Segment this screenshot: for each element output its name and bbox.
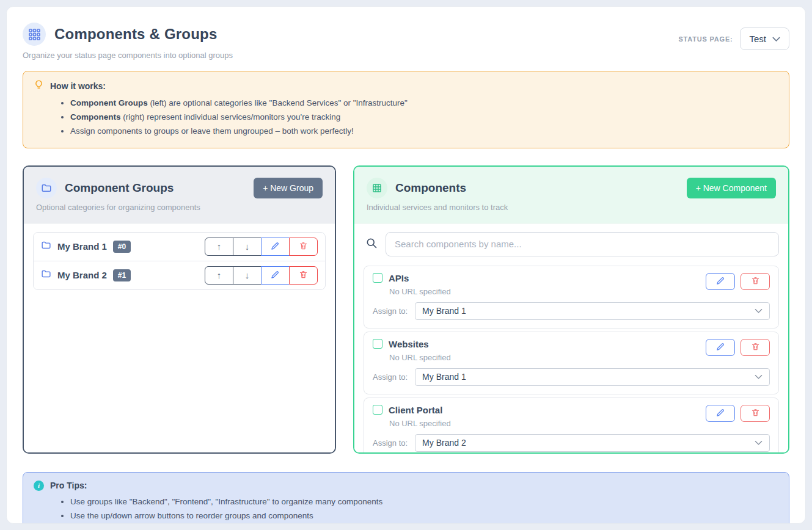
component-url-note: No URL specified [389, 287, 451, 296]
assign-group-select[interactable]: My Brand 1 [415, 368, 770, 386]
new-component-button[interactable]: + New Component [687, 178, 776, 198]
group-actions: ↑ ↓ [205, 238, 318, 256]
group-order-badge: #0 [113, 241, 131, 253]
component-checkbox[interactable] [373, 405, 382, 415]
search-components-input[interactable] [386, 232, 779, 256]
group-list: My Brand 1 #0 ↑ ↓ [33, 232, 326, 290]
edit-group-button[interactable] [261, 238, 290, 256]
pro-tips-list: Use groups like "Backend", "Frontend", "… [70, 495, 778, 524]
assigned-group-value: My Brand 1 [422, 306, 466, 316]
group-actions: ↑ ↓ [205, 266, 318, 285]
move-up-button[interactable]: ↑ [205, 266, 233, 285]
how-it-works-bullet: Component Groups (left) are optional cat… [70, 96, 778, 111]
trash-icon [751, 342, 760, 353]
assign-group-select[interactable]: My Brand 1 [415, 302, 770, 320]
edit-component-button[interactable] [706, 339, 735, 356]
component-checkbox[interactable] [373, 339, 382, 349]
components-panel-body: APIs No URL specified [354, 223, 788, 452]
trash-icon [299, 270, 308, 281]
folder-icon [36, 178, 57, 198]
assigned-group-value: My Brand 1 [422, 372, 466, 382]
trash-icon [751, 276, 760, 287]
group-row: My Brand 1 #0 ↑ ↓ [34, 233, 325, 261]
assign-group-select[interactable]: My Brand 2 [415, 434, 770, 452]
component-name: Client Portal [389, 405, 442, 415]
table-grid-icon [367, 178, 387, 198]
group-name: My Brand 2 [57, 270, 107, 280]
component-list: APIs No URL specified [364, 266, 779, 452]
group-name: My Brand 1 [57, 241, 107, 252]
move-down-button[interactable]: ↓ [233, 266, 262, 285]
new-group-button[interactable]: + New Group [254, 178, 323, 198]
groups-panel-subtitle: Optional categories for organizing compo… [36, 203, 323, 212]
delete-component-button[interactable] [741, 339, 770, 356]
group-order-badge: #1 [113, 269, 131, 281]
component-actions [706, 339, 770, 356]
how-it-works-bullet: Assign components to groups or leave the… [70, 125, 778, 139]
edit-group-button[interactable] [261, 266, 290, 285]
assign-to-label: Assign to: [373, 438, 408, 448]
component-url-note: No URL specified [389, 419, 451, 428]
component-name: Websites [389, 339, 429, 349]
component-card: APIs No URL specified [364, 266, 779, 329]
delete-component-button[interactable] [741, 405, 770, 422]
how-it-works-title: How it works: [50, 81, 106, 91]
components-panel-header: Components + New Component Individual se… [354, 167, 788, 223]
trash-icon [751, 408, 760, 419]
delete-group-button[interactable] [289, 266, 318, 285]
assigned-group-value: My Brand 2 [422, 438, 466, 448]
chevron-down-icon [772, 34, 780, 44]
panels-row: Component Groups + New Group Optional ca… [23, 165, 789, 454]
component-name: APIs [389, 273, 409, 283]
chevron-down-icon [755, 372, 763, 382]
pencil-icon [716, 342, 725, 353]
status-page-value: Test [749, 34, 766, 44]
edit-component-button[interactable] [706, 405, 735, 422]
component-card: Websites No URL specified [364, 332, 779, 394]
delete-component-button[interactable] [741, 273, 770, 290]
component-groups-panel: Component Groups + New Group Optional ca… [23, 165, 336, 454]
pro-tips-bullet: Use groups like "Backend", "Frontend", "… [70, 495, 778, 509]
folder-icon [41, 269, 51, 281]
page-subtitle: Organize your status page components int… [23, 51, 233, 60]
search-icon [365, 237, 378, 252]
pro-tips-bullet: Use the up/down arrow buttons to reorder… [70, 509, 778, 523]
status-page-select[interactable]: Test [740, 27, 789, 50]
pencil-icon [271, 270, 280, 281]
groups-panel-header: Component Groups + New Group Optional ca… [24, 167, 335, 223]
group-row: My Brand 2 #1 ↑ ↓ [34, 261, 325, 289]
assign-to-label: Assign to: [373, 372, 408, 382]
move-up-button[interactable]: ↑ [205, 238, 233, 256]
components-groups-page: Components & Groups Organize your status… [6, 6, 806, 524]
components-panel-title: Components [395, 181, 466, 195]
components-panel: Components + New Component Individual se… [353, 165, 789, 454]
component-actions [706, 273, 770, 290]
component-url-note: No URL specified [389, 353, 451, 362]
component-actions [706, 405, 770, 422]
status-page-label: STATUS PAGE: [678, 35, 733, 43]
move-down-button[interactable]: ↓ [233, 238, 262, 256]
groups-panel-title: Component Groups [65, 181, 174, 195]
how-it-works-callout: How it works: Component Groups (left) ar… [23, 71, 789, 148]
delete-group-button[interactable] [289, 238, 318, 256]
pro-tips-title: Pro Tips: [50, 481, 87, 490]
groups-panel-body: My Brand 1 #0 ↑ ↓ [24, 223, 335, 452]
how-it-works-bullet: Components (right) represent individual … [70, 111, 778, 125]
assign-to-label: Assign to: [373, 307, 408, 316]
pro-tips-callout: i Pro Tips: Use groups like "Backend", "… [23, 472, 789, 524]
page-title: Components & Groups [54, 26, 217, 43]
components-panel-subtitle: Individual services and monitors to trac… [367, 203, 776, 212]
component-checkbox[interactable] [373, 273, 382, 283]
lightbulb-icon [34, 79, 44, 92]
edit-component-button[interactable] [706, 273, 735, 290]
pencil-icon [716, 276, 725, 287]
grid-dots-icon [23, 23, 46, 46]
pro-tips-bullet: Components without a group will appear i… [70, 523, 778, 524]
pencil-icon [716, 408, 725, 419]
chevron-down-icon [755, 306, 763, 316]
how-it-works-list: Component Groups (left) are optional cat… [70, 96, 778, 139]
info-icon: i [34, 481, 44, 491]
chevron-down-icon [755, 438, 763, 448]
folder-icon [41, 240, 51, 253]
trash-icon [299, 241, 308, 252]
